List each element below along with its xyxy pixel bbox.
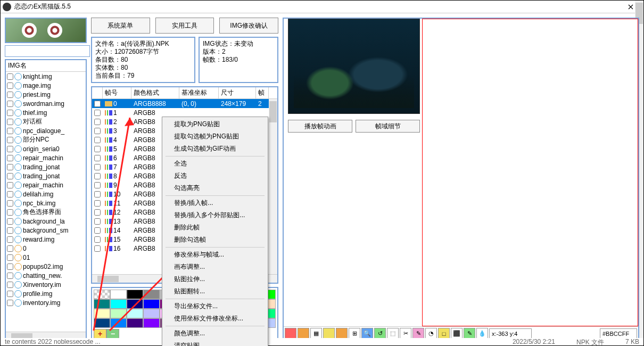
list-item[interactable]: inventory.img [6, 298, 86, 307]
table-row[interactable]: 1ARGB8 [92, 108, 277, 117]
menu-item[interactable]: 颜色调整... [163, 327, 267, 340]
list-item[interactable]: reward.img [6, 235, 86, 244]
list-item[interactable]: 对话框 [6, 117, 86, 126]
checkbox[interactable] [7, 146, 13, 152]
palette-color[interactable] [94, 299, 110, 309]
menu-item[interactable]: 清空贴图... [163, 340, 267, 346]
palette-color[interactable] [94, 318, 110, 328]
checkbox[interactable] [7, 245, 13, 252]
checkbox[interactable] [7, 218, 13, 225]
palette-color[interactable] [110, 299, 127, 309]
menu-item[interactable]: 替换/插入多个外部贴图... [163, 209, 267, 221]
menu-item[interactable]: 贴图翻转... [163, 285, 267, 298]
checkbox[interactable] [7, 101, 13, 107]
checkbox[interactable] [7, 191, 13, 197]
checkbox[interactable] [7, 273, 13, 279]
checkbox[interactable] [94, 101, 101, 107]
list-item[interactable]: swordman.img [6, 99, 86, 108]
checkbox[interactable] [7, 300, 13, 306]
checkbox[interactable] [7, 200, 13, 207]
menu-item[interactable]: 使用坐标文件修改坐标... [163, 312, 267, 325]
checkbox[interactable] [94, 173, 101, 179]
checkbox[interactable] [7, 164, 13, 170]
palette-color[interactable] [143, 290, 160, 299]
table-row[interactable]: 0ARGB8888(0, 0)248×1792 [92, 99, 277, 108]
list-item[interactable]: background_la [6, 217, 86, 226]
search-input[interactable] [5, 45, 90, 57]
checkbox[interactable] [7, 291, 13, 297]
palette-color[interactable] [110, 309, 127, 318]
checkbox[interactable] [94, 227, 101, 234]
list-item[interactable]: 0 [6, 244, 86, 253]
list-item[interactable]: Xinventory.im [6, 280, 86, 289]
list-item[interactable]: mage.img [6, 81, 86, 90]
menu-item[interactable]: 勾选高亮 [163, 182, 267, 194]
list-item[interactable]: trading_jonat [6, 162, 86, 171]
list-item[interactable]: origin_seria0 [6, 144, 86, 153]
checkbox[interactable] [7, 83, 13, 89]
checkbox[interactable] [94, 146, 101, 152]
checkbox[interactable] [7, 209, 13, 216]
menu-item[interactable]: 贴图拉伸... [163, 273, 267, 285]
checkbox[interactable] [7, 73, 13, 80]
checkbox[interactable] [94, 164, 101, 170]
checkbox[interactable] [7, 137, 13, 143]
list-item[interactable]: 部分NPC [6, 135, 86, 144]
menu-item[interactable]: 生成勾选帧为GIF动画 [163, 143, 267, 155]
toolbar-button[interactable]: 系统菜单 [91, 18, 150, 34]
control-button[interactable]: 播放帧动画 [288, 120, 352, 133]
checkbox[interactable] [94, 245, 101, 252]
menu-item[interactable]: 提取勾选帧为PNG贴图 [163, 130, 267, 143]
checkbox[interactable] [7, 254, 13, 261]
checkbox[interactable] [94, 155, 101, 161]
palette-color[interactable] [127, 299, 143, 309]
checkbox[interactable] [7, 92, 13, 98]
list-item[interactable]: npc_dialogue_ [6, 126, 86, 135]
remove-button[interactable]: − [106, 329, 119, 339]
toolbar-button[interactable]: 实用工具 [155, 18, 214, 34]
checkbox[interactable] [94, 128, 101, 134]
menu-item[interactable]: 修改坐标与帧域... [163, 249, 267, 261]
checkbox[interactable] [94, 191, 101, 197]
checkbox[interactable] [7, 155, 13, 161]
checkbox[interactable] [7, 110, 13, 116]
palette-color[interactable] [110, 318, 127, 328]
menu-item[interactable]: 导出坐标文件... [163, 300, 267, 312]
checkbox[interactable] [94, 200, 101, 207]
menu-item[interactable]: 反选 [163, 170, 267, 182]
context-menu[interactable]: 提取为PNG贴图提取勾选帧为PNG贴图生成勾选帧为GIF动画全选反选勾选高亮替换… [162, 117, 268, 346]
list-item[interactable]: priest.img [6, 90, 86, 99]
list-item[interactable]: 01 [6, 253, 86, 262]
checkbox[interactable] [94, 182, 101, 188]
checkbox[interactable] [94, 119, 101, 125]
checkbox[interactable] [7, 236, 13, 243]
list-item[interactable]: repair_machin [6, 153, 86, 162]
checkbox[interactable] [7, 263, 13, 270]
toolbar-button[interactable]: IMG修改确认 [219, 18, 278, 34]
list-item[interactable]: popups02.img [6, 262, 86, 271]
palette-color[interactable] [143, 299, 160, 309]
menu-item[interactable]: 替换/插入帧... [163, 197, 267, 209]
menu-item[interactable]: 提取为PNG贴图 [163, 118, 267, 130]
palette-color[interactable] [127, 309, 143, 318]
palette-color[interactable] [127, 290, 143, 299]
scrollbar[interactable] [269, 99, 277, 274]
list-item[interactable]: trading_jonat [6, 171, 86, 180]
list-item[interactable]: chatting_new. [6, 271, 86, 280]
checkbox[interactable] [94, 110, 101, 116]
checkbox[interactable] [7, 227, 13, 234]
checkbox[interactable] [94, 218, 101, 225]
checkbox[interactable] [7, 173, 13, 179]
checkbox[interactable] [94, 209, 101, 216]
palette-color[interactable] [110, 290, 127, 299]
menu-item[interactable]: 删除此帧 [163, 221, 267, 234]
list-item[interactable]: 角色选择界面 [6, 208, 86, 217]
img-list[interactable]: knight.imgmage.imgpriest.imgswordman.img… [6, 72, 86, 332]
list-item[interactable]: npc_bk.img [6, 199, 86, 208]
list-item[interactable]: repair_machin [6, 180, 86, 190]
list-item[interactable]: knight.img [6, 72, 86, 81]
palette-color[interactable] [94, 290, 110, 299]
list-item[interactable]: thief.img [6, 108, 86, 117]
menu-item[interactable]: 画布调整... [163, 261, 267, 273]
palette-color[interactable] [143, 318, 160, 328]
